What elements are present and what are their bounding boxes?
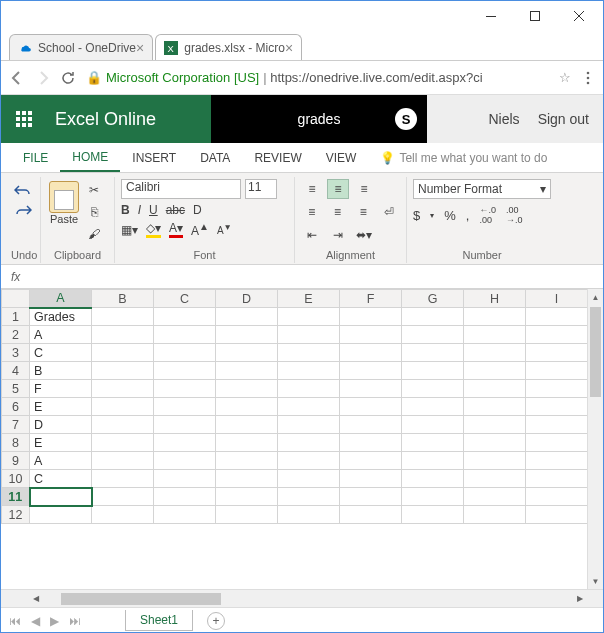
cell[interactable] [402,362,464,380]
scroll-up-button[interactable]: ▲ [588,289,603,305]
cell[interactable]: D [30,416,92,434]
cell[interactable] [526,308,588,326]
cell[interactable] [464,506,526,524]
browser-tab-onedrive[interactable]: School - OneDrive × [9,34,153,60]
cell[interactable] [92,398,154,416]
cell[interactable] [154,434,216,452]
cell[interactable] [154,470,216,488]
paste-button[interactable]: Paste [47,181,81,225]
align-top-button[interactable]: ≡ [301,179,323,199]
document-name[interactable]: grades S [211,95,427,143]
cell[interactable] [92,506,154,524]
strike-button[interactable]: abc [166,203,185,217]
row-header[interactable]: 3 [2,344,30,362]
increase-decimal-button[interactable]: ←.0.00 [479,205,496,225]
row-header[interactable]: 11 [2,488,30,506]
row-header[interactable]: 9 [2,452,30,470]
row-header[interactable]: 12 [2,506,30,524]
cell[interactable] [464,398,526,416]
cell[interactable] [92,488,154,506]
cell[interactable] [216,398,278,416]
cell[interactable] [278,506,340,524]
cell[interactable] [340,506,402,524]
underline-button[interactable]: U [149,203,158,217]
cell[interactable]: A [30,326,92,344]
align-right-button[interactable]: ≡ [353,202,375,222]
bookmark-star-icon[interactable]: ☆ [559,70,571,85]
row-header[interactable]: 6 [2,398,30,416]
cell[interactable] [526,344,588,362]
sheet-tab[interactable]: Sheet1 [125,610,193,631]
currency-button[interactable]: $ [413,208,420,223]
add-sheet-button[interactable]: + [207,612,225,630]
cell[interactable]: Grades [30,308,92,326]
column-header[interactable]: H [464,290,526,308]
hscroll-thumb[interactable] [61,593,221,605]
sign-out-link[interactable]: Sign out [538,111,589,127]
format-painter-button[interactable]: 🖌 [85,225,103,243]
align-bottom-button[interactable]: ≡ [353,179,375,199]
maximize-button[interactable] [513,2,557,30]
cell[interactable] [154,452,216,470]
row-header[interactable]: 4 [2,362,30,380]
select-all-corner[interactable] [2,290,30,308]
cell[interactable] [154,362,216,380]
cell[interactable] [154,326,216,344]
back-button[interactable] [9,70,25,86]
fill-color-button[interactable]: ◇▾ [146,221,161,238]
cell[interactable] [216,308,278,326]
increase-indent-button[interactable]: ⇥ [327,225,349,245]
cell[interactable] [402,416,464,434]
cell[interactable]: F [30,380,92,398]
formula-bar[interactable]: fx [1,265,603,289]
cell[interactable] [526,326,588,344]
cell[interactable] [526,398,588,416]
column-header[interactable]: C [154,290,216,308]
cell[interactable] [216,488,278,506]
tab-review[interactable]: REVIEW [242,143,313,172]
cell[interactable] [526,470,588,488]
cell[interactable] [526,452,588,470]
cell[interactable] [92,416,154,434]
tell-me-search[interactable]: 💡 Tell me what you want to do [368,143,559,172]
cell[interactable] [216,344,278,362]
cell[interactable] [340,488,402,506]
align-center-button[interactable]: ≡ [327,202,349,222]
cell[interactable] [464,488,526,506]
cell[interactable] [402,506,464,524]
tab-home[interactable]: HOME [60,143,120,172]
cell[interactable] [340,326,402,344]
cut-button[interactable]: ✂ [85,181,103,199]
scroll-down-button[interactable]: ▼ [588,573,603,589]
cell[interactable] [278,326,340,344]
cell[interactable] [92,308,154,326]
sheet-nav-prev[interactable]: ◀ [29,614,42,628]
cell[interactable] [216,416,278,434]
row-header[interactable]: 7 [2,416,30,434]
redo-button[interactable] [14,203,32,217]
row-header[interactable]: 1 [2,308,30,326]
cell[interactable] [340,434,402,452]
cell[interactable] [154,308,216,326]
cell[interactable] [464,380,526,398]
row-header[interactable]: 5 [2,380,30,398]
merge-button[interactable]: ⬌▾ [353,225,375,245]
cell[interactable] [340,308,402,326]
cell[interactable] [216,452,278,470]
row-header[interactable]: 10 [2,470,30,488]
tab-file[interactable]: FILE [11,143,60,172]
cell[interactable] [402,452,464,470]
cell[interactable] [402,434,464,452]
cell[interactable] [278,416,340,434]
font-name-select[interactable]: Calibri [121,179,241,199]
menu-button[interactable] [581,71,595,85]
cell[interactable] [92,344,154,362]
cell[interactable] [278,434,340,452]
cell[interactable] [92,452,154,470]
cell[interactable] [402,488,464,506]
cell[interactable] [464,326,526,344]
column-header[interactable]: G [402,290,464,308]
scroll-thumb[interactable] [590,307,601,397]
border-button[interactable]: ▦▾ [121,223,138,237]
cell[interactable]: B [30,362,92,380]
